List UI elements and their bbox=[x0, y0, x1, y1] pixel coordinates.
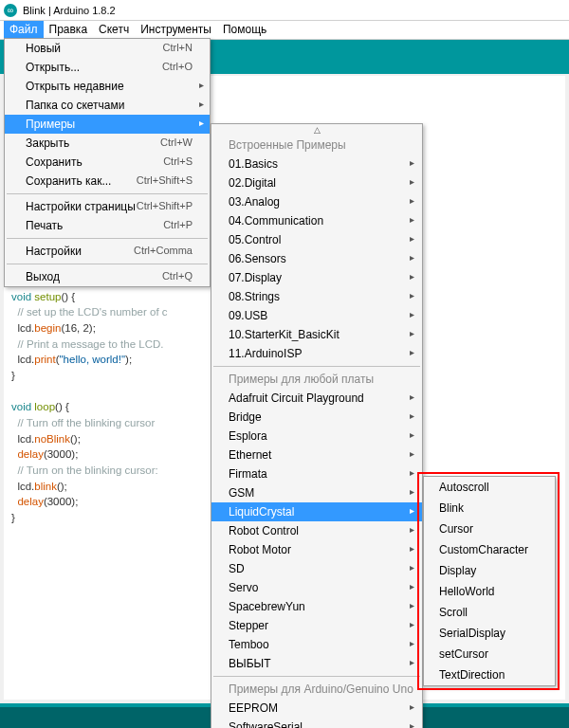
examples-item[interactable]: Robot Control bbox=[211, 521, 422, 540]
file-menu-item[interactable]: Примеры bbox=[5, 115, 210, 134]
examples-item[interactable]: 08.Strings bbox=[211, 287, 422, 306]
code-line: // set up the LCD's number of c bbox=[11, 306, 168, 318]
liquidcrystal-item[interactable]: Display bbox=[424, 560, 555, 581]
examples-item[interactable]: Servo bbox=[211, 578, 422, 597]
menu-edit[interactable]: Правка bbox=[44, 21, 94, 39]
code-tok: delay bbox=[17, 496, 44, 507]
examples-item[interactable]: Robot Motor bbox=[211, 540, 422, 559]
file-menu-item[interactable]: Папка со скетчами bbox=[5, 96, 210, 115]
menu-separator bbox=[7, 264, 208, 264]
examples-group-header: Примеры для Arduino/Genuino Uno bbox=[211, 680, 422, 699]
code-tok: noBlink bbox=[34, 433, 70, 445]
menu-item-label: Закрыть bbox=[26, 136, 160, 150]
examples-item[interactable]: Adafruit Circuit Playground bbox=[211, 389, 422, 408]
menu-tools[interactable]: Инструменты bbox=[135, 21, 217, 39]
liquidcrystal-item[interactable]: Blink bbox=[424, 498, 555, 519]
liquidcrystal-item[interactable]: Autoscroll bbox=[424, 477, 555, 498]
menu-help[interactable]: Помощь bbox=[217, 21, 272, 39]
code-tok: (); bbox=[70, 433, 81, 445]
code-tok: lcd. bbox=[11, 433, 34, 445]
code-line: } bbox=[11, 370, 15, 381]
file-menu-item[interactable]: Сохранить как...Ctrl+Shift+S bbox=[5, 172, 210, 191]
liquidcrystal-item[interactable]: Scroll bbox=[424, 602, 555, 623]
file-menu-item[interactable]: СохранитьCtrl+S bbox=[5, 153, 210, 172]
code-tok: void bbox=[11, 291, 31, 302]
examples-item[interactable]: EEPROM bbox=[211, 699, 422, 718]
file-menu-item[interactable]: Настройки страницыCtrl+Shift+P bbox=[5, 197, 210, 216]
menu-item-label: Выход bbox=[26, 270, 162, 283]
liquidcrystal-submenu: AutoscrollBlinkCursorCustomCharacterDisp… bbox=[423, 476, 556, 686]
liquidcrystal-item[interactable]: TextDirection bbox=[424, 664, 555, 685]
file-menu-item[interactable]: ВыходCtrl+Q bbox=[5, 267, 210, 286]
examples-item[interactable]: 07.Display bbox=[211, 268, 422, 287]
file-menu-item[interactable]: НовыйCtrl+N bbox=[5, 39, 210, 58]
code-tok: begin bbox=[34, 322, 61, 334]
code-tok: loop bbox=[34, 401, 55, 412]
menu-item-label: Открыть недавние bbox=[26, 80, 202, 93]
examples-item[interactable]: Esplora bbox=[211, 427, 422, 446]
menu-item-shortcut: Ctrl+W bbox=[160, 136, 202, 150]
examples-item[interactable]: 03.Analog bbox=[211, 192, 422, 211]
examples-item[interactable]: 06.Sensors bbox=[211, 249, 422, 268]
code-line: // Print a message to the LCD. bbox=[11, 338, 163, 350]
examples-item[interactable]: Bridge bbox=[211, 408, 422, 427]
arduino-logo-icon: ∞ bbox=[4, 4, 17, 17]
menu-item-label: Папка со скетчами bbox=[26, 99, 202, 112]
examples-item[interactable]: SD bbox=[211, 559, 422, 578]
menu-item-shortcut: Ctrl+Shift+S bbox=[137, 174, 202, 188]
code-tok: (); bbox=[57, 481, 67, 492]
code-tok: delay bbox=[17, 448, 44, 460]
file-menu-item[interactable]: Открыть недавние bbox=[5, 77, 210, 96]
window-title: Blink | Arduino 1.8.2 bbox=[23, 5, 116, 16]
liquidcrystal-item[interactable]: HelloWorld bbox=[424, 581, 555, 602]
examples-item[interactable]: 11.ArduinoISP bbox=[211, 344, 422, 363]
menu-item-shortcut: Ctrl+N bbox=[163, 42, 202, 55]
menu-sketch[interactable]: Скетч bbox=[93, 21, 135, 39]
code-tok: void bbox=[11, 401, 31, 412]
examples-item[interactable]: 05.Control bbox=[211, 230, 422, 249]
examples-item[interactable]: 09.USB bbox=[211, 306, 422, 325]
liquidcrystal-item[interactable]: Cursor bbox=[424, 519, 555, 539]
menu-separator bbox=[7, 193, 208, 194]
menu-item-label: Новый bbox=[26, 42, 163, 55]
examples-item[interactable]: Stepper bbox=[211, 616, 422, 635]
menu-item-shortcut: Ctrl+Shift+P bbox=[137, 200, 202, 213]
file-menu-item[interactable]: Открыть...Ctrl+O bbox=[5, 58, 210, 77]
code-line: // Turn on the blinking cursor: bbox=[11, 464, 158, 476]
examples-item[interactable]: Temboo bbox=[211, 635, 422, 654]
menu-bar: Файл Правка Скетч Инструменты Помощь bbox=[0, 21, 569, 40]
code-tok: blink bbox=[34, 481, 57, 492]
menu-file[interactable]: Файл bbox=[4, 21, 44, 39]
menu-item-shortcut: Ctrl+O bbox=[162, 61, 202, 74]
examples-item[interactable]: LiquidCrystal bbox=[211, 502, 422, 521]
examples-item[interactable]: 02.Digital bbox=[211, 173, 422, 192]
menu-item-shortcut: Ctrl+P bbox=[163, 219, 202, 232]
menu-separator bbox=[213, 366, 420, 367]
liquidcrystal-item[interactable]: CustomCharacter bbox=[424, 539, 555, 560]
menu-item-shortcut: Ctrl+S bbox=[163, 155, 202, 169]
code-tok: "hello, world!" bbox=[60, 354, 126, 365]
menu-item-label: Печать bbox=[26, 219, 163, 232]
file-menu-item[interactable]: ЗакрытьCtrl+W bbox=[5, 134, 210, 153]
examples-item[interactable]: SpacebrewYun bbox=[211, 597, 422, 616]
code-tok: lcd. bbox=[11, 354, 34, 365]
examples-item[interactable]: 04.Communication bbox=[211, 211, 422, 230]
file-menu-item[interactable]: НастройкиCtrl+Comma bbox=[5, 242, 210, 261]
examples-item[interactable]: GSM bbox=[211, 483, 422, 502]
title-bar: ∞ Blink | Arduino 1.8.2 bbox=[0, 0, 569, 21]
file-menu-item[interactable]: ПечатьCtrl+P bbox=[5, 216, 210, 235]
examples-item[interactable]: SoftwareSerial bbox=[211, 718, 422, 728]
examples-item[interactable]: 10.StarterKit_BasicKit bbox=[211, 325, 422, 344]
menu-item-label: Примеры bbox=[26, 118, 202, 131]
examples-item[interactable]: Firmata bbox=[211, 464, 422, 483]
liquidcrystal-item[interactable]: setCursor bbox=[424, 644, 555, 664]
examples-item[interactable]: ВЫБЫТ bbox=[211, 654, 422, 673]
code-tok: setup bbox=[34, 291, 61, 302]
examples-item[interactable]: 01.Basics bbox=[211, 155, 422, 173]
examples-item[interactable]: Ethernet bbox=[211, 446, 422, 464]
menu-item-shortcut: Ctrl+Comma bbox=[134, 245, 202, 258]
liquidcrystal-item[interactable]: SerialDisplay bbox=[424, 623, 555, 644]
scroll-up-icon[interactable]: △ bbox=[211, 124, 422, 136]
code-tok: () { bbox=[55, 401, 69, 412]
code-tok: (16, 2); bbox=[61, 322, 95, 334]
